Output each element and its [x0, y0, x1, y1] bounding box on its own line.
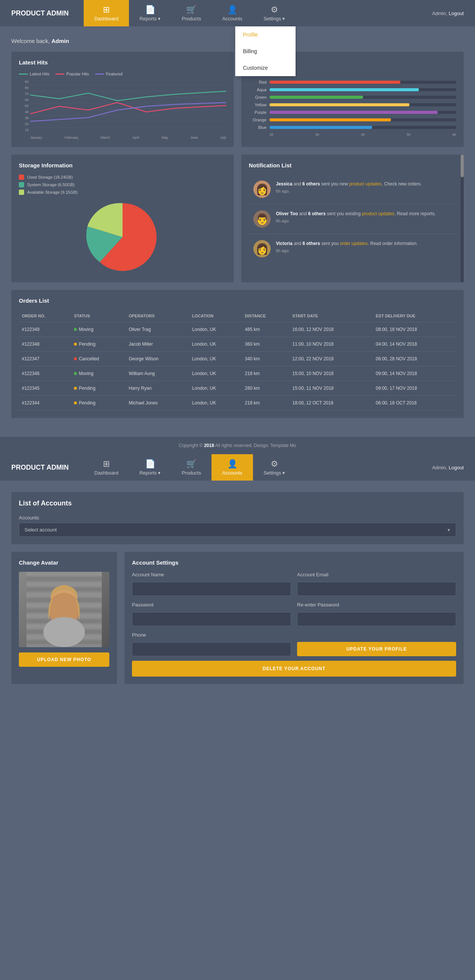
perf-row-yellow: Yellow — [249, 102, 456, 107]
nav-dashboard-label: Dashboard — [94, 16, 118, 21]
nav-dashboard-2[interactable]: ⊞ Dashboard — [84, 454, 129, 480]
accounts-icon-2: 👤 — [227, 459, 238, 469]
nav-products[interactable]: 🛒 Products — [171, 0, 212, 26]
legend-popular-dot — [56, 73, 64, 75]
dropdown-billing[interactable]: Billing — [235, 43, 296, 60]
cell-delivery: 04:00, 14 NOV 2018 — [373, 337, 456, 352]
scrollbar[interactable] — [461, 154, 464, 282]
latest-hits-legend: Latest Hits Popular Hits Featured — [19, 72, 226, 76]
storage-title: Storage Information — [19, 162, 226, 169]
account-email-input[interactable] — [297, 582, 456, 596]
nav-logout-2[interactable]: Logout — [449, 465, 464, 470]
line-chart-svg — [30, 80, 226, 133]
navbar-accounts: PRODUCT ADMIN ⊞ Dashboard 📄 Reports ▾ 🛒 … — [0, 454, 475, 480]
cell-delivery: 06:00, 18 OCT 2018 — [373, 396, 456, 410]
cell-status: Moving — [71, 366, 126, 381]
notif-item-3: 👩 Victoria and 6 others sent you order u… — [249, 234, 457, 264]
notif-item-1: 👩 Jessica and 6 others sent you new prod… — [249, 175, 457, 204]
cell-status: Pending — [71, 396, 126, 410]
update-profile-group: UPDATE YOUR PROFILE — [297, 642, 456, 656]
bar-aqua — [269, 88, 419, 91]
orders-thead: ORDER NO. STATUS OPERATORS LOCATION DIST… — [19, 310, 456, 322]
performance-chart: Red Aqua Green Yellow Purple — [249, 80, 456, 137]
yaxis: 908070605040302010 — [19, 80, 30, 132]
dropdown-profile[interactable]: Profile — [235, 26, 296, 43]
select-wrapper: Select account — [19, 523, 456, 537]
table-row: #122349 Moving Oliver Trag London, UK 48… — [19, 322, 456, 337]
nav-logout[interactable]: Logout — [449, 11, 464, 16]
dashboard-icon-2: ⊞ — [103, 459, 110, 469]
nav-reports-label-2: Reports ▾ — [139, 470, 161, 476]
nav-accounts-2[interactable]: 👤 Accounts — [212, 454, 253, 480]
nav-dashboard[interactable]: ⊞ Dashboard — [84, 0, 129, 26]
nav-dashboard-label-2: Dashboard — [94, 470, 118, 476]
brand-logo: PRODUCT ADMIN — [11, 10, 69, 18]
notif-item-2: 👨 Oliver Too and 6 others sent you exist… — [249, 204, 457, 234]
storage-notif-row: Storage Information Used Storage (18.24G… — [11, 154, 464, 282]
legend-featured: Featured — [95, 72, 123, 76]
account-email-group: Account Email — [297, 572, 456, 596]
change-avatar-panel: Change Avatar — [11, 552, 117, 684]
update-profile-button[interactable]: UPDATE YOUR PROFILE — [297, 642, 456, 656]
reenter-password-group: Re-enter Password — [297, 602, 456, 626]
cell-order-no: #122346 — [19, 366, 71, 381]
table-row: #122345 Pending Harry Ryan London, UK 28… — [19, 381, 456, 396]
perf-row-aqua: Aqua — [249, 88, 456, 92]
legend-used-box — [19, 175, 24, 180]
svg-rect-9 — [26, 572, 102, 576]
account-email-label: Account Email — [297, 572, 456, 578]
delete-account-button[interactable]: DELETE YOUR ACCOUNT — [132, 661, 456, 676]
pie-chart-container — [19, 199, 226, 275]
list-of-accounts-panel: List of Accounts Accounts Select account — [11, 492, 464, 544]
navbar: PRODUCT ADMIN ⊞ Dashboard 📄 Reports ▾ 🛒 … — [0, 0, 475, 26]
avatar-image — [19, 572, 109, 647]
dashboard-main: Welcome back, Admin Latest Hits Latest H… — [0, 26, 475, 437]
password-label: Password — [132, 602, 291, 608]
phone-input[interactable] — [132, 642, 291, 656]
cell-location: London, UK — [189, 366, 242, 381]
col-location: LOCATION — [189, 310, 242, 322]
dropdown-customize[interactable]: Customize — [235, 60, 296, 76]
nav-accounts[interactable]: 👤 Accounts — [212, 0, 253, 26]
bar-yellow — [269, 103, 410, 106]
nav-reports-2[interactable]: 📄 Reports ▾ — [129, 454, 171, 480]
perf-row-purple: Purple — [249, 110, 456, 115]
latest-hits-chart: 908070605040302010 — [19, 80, 226, 140]
nav-reports-label: Reports ▾ — [139, 16, 161, 21]
cell-delivery: 06:00, 28 NOV 2018 — [373, 352, 456, 366]
nav-accounts-label: Accounts — [222, 16, 242, 21]
nav-products-label-2: Products — [182, 470, 201, 476]
nav-reports[interactable]: 📄 Reports ▾ — [129, 0, 171, 26]
notif-link-2[interactable]: product updates — [362, 211, 394, 216]
cell-operator: Michael Jones — [126, 396, 189, 410]
svg-rect-10 — [26, 577, 102, 581]
notif-link-3[interactable]: order updates — [340, 241, 368, 246]
nav-settings-2[interactable]: ⚙ Settings ▾ — [253, 454, 296, 480]
cell-start: 18:00, 12 OCT 2018 — [290, 396, 373, 410]
dashboard-icon: ⊞ — [103, 5, 110, 15]
account-name-input[interactable] — [132, 582, 291, 596]
cell-distance: 218 km — [242, 396, 290, 410]
nav-settings-label: Settings ▾ — [263, 16, 285, 21]
password-input[interactable] — [132, 612, 291, 626]
bar-orange — [269, 118, 391, 121]
orders-title: Orders List — [19, 298, 456, 304]
nav-products-label: Products — [182, 16, 201, 21]
reenter-password-input[interactable] — [297, 612, 456, 626]
avatar-settings-row: Change Avatar — [11, 552, 464, 684]
nav-user-text: Admin, — [432, 11, 447, 16]
phone-label: Phone — [132, 632, 291, 638]
settings-icon-2: ⚙ — [271, 459, 278, 469]
cell-operator: Jacob Miller — [126, 337, 189, 352]
cell-delivery: 09:00, 14 NOV 2018 — [373, 366, 456, 381]
legend-featured-dot — [95, 73, 104, 75]
account-select[interactable]: Select account — [19, 523, 456, 537]
upload-photo-button[interactable]: UPLOAD NEW PHOTO — [19, 652, 109, 667]
accounts-main: List of Accounts Accounts Select account… — [0, 480, 475, 695]
notif-link-1[interactable]: product updates — [349, 181, 381, 186]
notifications-title: Notification List — [249, 162, 457, 169]
password-group: Password — [132, 602, 291, 626]
nav-settings[interactable]: ⚙ Settings ▾ Profile Billing Customize — [253, 0, 296, 26]
nav-products-2[interactable]: 🛒 Products — [171, 454, 212, 480]
reenter-password-label: Re-enter Password — [297, 602, 456, 608]
